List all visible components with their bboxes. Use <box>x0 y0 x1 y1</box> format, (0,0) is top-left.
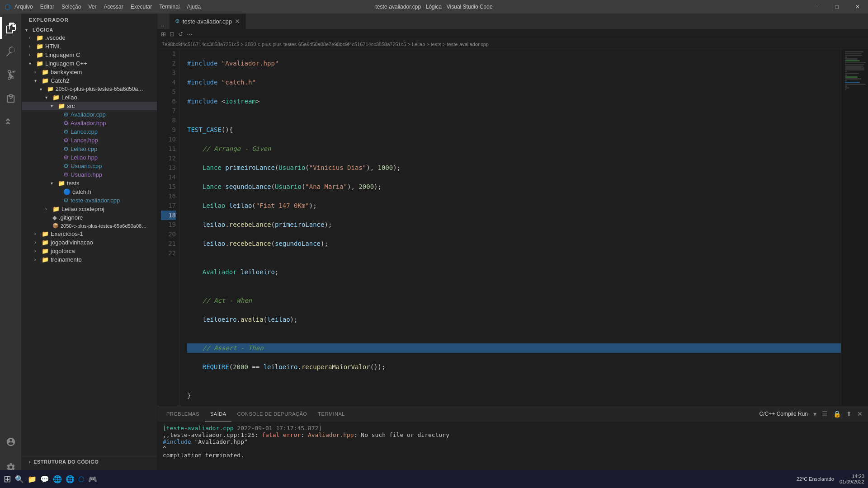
editor-tabs-bar: ··· ⚙ teste-avaliador.cpp ✕ <box>157 14 868 29</box>
menu-editar[interactable]: Editar <box>40 4 54 10</box>
taskbar-right: 22°C Ensolarado 14:23 01/09/2022 <box>797 474 864 484</box>
taskbar-weather: 22°C Ensolarado <box>797 476 834 482</box>
tree-folder-treinamento[interactable]: › 📁 treinamento <box>22 255 157 264</box>
breadcrumb: 7e98bc9f4c516714cc3858a7251c5 > 2050-c-p… <box>157 39 868 49</box>
tree-folder-tests[interactable]: ▾ 📁 tests <box>22 179 157 188</box>
window-controls: ─ □ ✕ <box>806 0 868 14</box>
menu-arquivo[interactable]: Arquivo <box>14 4 33 10</box>
taskbar-discord[interactable]: 💬 <box>40 475 49 483</box>
panel-error-fatal: fatal error <box>262 432 301 438</box>
code-area: 1 2 3 4 5 6 7 8 9 10 11 12 13 14 15 16 1 <box>157 49 868 406</box>
tree-folder-html[interactable]: › 📁 HTML <box>22 42 157 51</box>
tree-folder-src[interactable]: ▾ 📁 src <box>22 102 157 110</box>
tree-file-gitignore[interactable]: ◆ .gitignore <box>22 213 157 222</box>
outline-section-header[interactable]: › ESTRUTURA DO CÓDIGO <box>22 456 157 467</box>
taskbar-chrome[interactable]: 🌐 <box>53 475 62 483</box>
tree-folder-banksystem[interactable]: › 📁 banksystem <box>22 68 157 76</box>
minimap <box>841 49 868 406</box>
tab-label: teste-avaliador.cpp <box>183 18 232 25</box>
tree-folder-exercicios[interactable]: › 📁 Exercícios-1 <box>22 230 157 238</box>
tree-folder-linguagemc[interactable]: › 📁 Linguagem C <box>22 51 157 59</box>
panel-list-icon[interactable]: ☰ <box>820 409 830 418</box>
tree-folder-2050[interactable]: ▾ 📁 2050-c-plus-plus-testes-65a6d50a08e7… <box>22 85 157 93</box>
tree-folder-xcodeproj[interactable]: › 📁 Leilao.xcodeproj <box>22 205 157 213</box>
tree-folder-leilao[interactable]: ▾ 📁 Leilao <box>22 93 157 102</box>
windows-start-button[interactable]: ⊞ <box>4 474 11 484</box>
taskbar-explorer[interactable]: 📁 <box>28 475 37 483</box>
taskbar-time: 14:23 01/09/2022 <box>840 474 864 484</box>
menu-ajuda[interactable]: Ajuda <box>187 4 201 10</box>
taskbar-vscode[interactable]: ⬡ <box>78 475 85 483</box>
tree-folder-linguagemcpp[interactable]: ▾ 📁 Linguagem C++ <box>22 59 157 68</box>
taskbar: ⊞ 🔍 📁 💬 🌐 🌐 ⬡ 🎮 22°C Ensolarado 14:23 01… <box>0 470 868 488</box>
activity-debug[interactable] <box>0 88 22 109</box>
tree-file-usuario-cpp[interactable]: ⚙ Usuario.cpp <box>22 162 157 170</box>
tree-file-leilao-hpp[interactable]: ⚙ Leilao.hpp <box>22 153 157 162</box>
panel-lock-icon[interactable]: 🔒 <box>831 409 843 418</box>
tree-file-usuario-hpp[interactable]: ⚙ Usuario.hpp <box>22 170 157 179</box>
split-editor-icon[interactable]: ⊞ <box>161 31 166 38</box>
panel-tab-debug[interactable]: CONSOLE DE DEPURAÇÃO <box>231 406 312 422</box>
tree-file-lance-hpp[interactable]: ⚙ Lance.hpp <box>22 136 157 145</box>
refresh-icon[interactable]: ↺ <box>178 31 183 38</box>
more-actions-icon[interactable]: ⋯ <box>187 31 193 38</box>
open-changes-icon[interactable]: ⊡ <box>170 31 175 38</box>
minimize-button[interactable]: ─ <box>806 0 826 14</box>
activity-extensions[interactable] <box>0 111 22 133</box>
taskbar-chrome2[interactable]: 🌐 <box>66 475 75 483</box>
tree-folder-vscode[interactable]: › 📁 .vscode <box>22 33 157 42</box>
file-tree: ▾ LÓGICA › 📁 .vscode › 📁 HTML › 📁 Lingua… <box>22 26 157 264</box>
panel-tab-output[interactable]: SAÍDA <box>205 406 232 422</box>
activity-git[interactable] <box>0 64 22 86</box>
main-layout: Explorador ▾ LÓGICA › 📁 .vscode › 📁 HTML… <box>0 14 868 478</box>
activity-search[interactable] <box>0 41 22 62</box>
editor-area: ··· ⚙ teste-avaliador.cpp ✕ ⊞ ⊡ ↺ ⋯ 7e98… <box>157 14 868 478</box>
panel-output-line-1: [teste-avaliador.cpp 2022-09-01 17:17:45… <box>163 425 863 432</box>
panel-tab-terminal[interactable]: TERMINAL <box>312 406 350 422</box>
menu-executar[interactable]: Executar <box>131 4 152 10</box>
panel-tab-problems[interactable]: PROBLEMAS <box>161 406 205 422</box>
terminal-panel: PROBLEMAS SAÍDA CONSOLE DE DEPURAÇÃO TER… <box>157 406 868 478</box>
tab-file-icon: ⚙ <box>175 18 180 24</box>
tree-folder-jogoforca[interactable]: › 📁 jogoforca <box>22 247 157 255</box>
window-title: teste-avaliador.cpp - Lógica - Visual St… <box>375 4 492 10</box>
code-editor[interactable]: 1 2 3 4 5 6 7 8 9 10 11 12 13 14 15 16 1 <box>157 49 841 406</box>
taskbar-search[interactable]: 🔍 <box>15 475 24 483</box>
tab-teste-avaliador[interactable]: ⚙ teste-avaliador.cpp ✕ <box>170 14 246 29</box>
tree-folder-catch2[interactable]: ▾ 📁 Catch2 <box>22 76 157 85</box>
tab-close-button[interactable]: ✕ <box>235 18 240 25</box>
maximize-button[interactable]: □ <box>826 0 847 14</box>
taskbar-unknown[interactable]: 🎮 <box>88 475 97 483</box>
vscode-logo-icon: ⬡ <box>5 3 11 11</box>
panel-title: C/C++ Compile Run <box>758 410 810 418</box>
panel-timestamp: 2022-09-01 17:17:45.872] <box>237 425 322 432</box>
tree-folder-jogoadivinhacao[interactable]: › 📁 jogoadivinhacao <box>22 238 157 247</box>
panel-close-icon[interactable]: ✕ <box>855 409 864 418</box>
tree-file-lance-cpp[interactable]: ⚙ Lance.cpp <box>22 127 157 136</box>
tree-root-logica[interactable]: ▾ LÓGICA <box>22 26 157 33</box>
activity-explorer[interactable] <box>0 17 22 39</box>
activity-account[interactable] <box>0 433 22 455</box>
tree-file-zip[interactable]: 📦 2050-c-plus-plus-testes-65a6d50a08e7e9… <box>22 222 157 230</box>
menu-acessar[interactable]: Acessar <box>104 4 123 10</box>
panel-tabs: PROBLEMAS SAÍDA CONSOLE DE DEPURAÇÃO TER… <box>157 406 868 422</box>
titlebar: ⬡ Arquivo Editar Seleção Ver Acessar Exe… <box>0 0 868 14</box>
tree-file-leilao-cpp[interactable]: ⚙ Leilao.cpp <box>22 145 157 153</box>
close-button[interactable]: ✕ <box>847 0 868 14</box>
menu-ver[interactable]: Ver <box>88 4 96 10</box>
editor-toolbar: ⊞ ⊡ ↺ ⋯ <box>157 29 868 39</box>
menu-terminal[interactable]: Terminal <box>159 4 179 10</box>
tree-file-avaliador-hpp[interactable]: ⚙ Avaliador.hpp <box>22 119 157 127</box>
panel-output-line-2: ,,teste-avaliador.cpp:1:25: fatal error:… <box>163 432 863 438</box>
tree-file-teste-avaliador[interactable]: ⚙ teste-avaliador.cpp <box>22 196 157 205</box>
panel-maximize-icon[interactable]: ⬆ <box>844 409 854 418</box>
panel-dropdown-icon[interactable]: ▾ <box>811 409 818 418</box>
sidebar: Explorador ▾ LÓGICA › 📁 .vscode › 📁 HTML… <box>22 14 157 478</box>
panel-output-line-3: #include "Avaliador.hpp" <box>163 438 863 445</box>
tree-file-catch-h[interactable]: 🔵 catch.h <box>22 188 157 196</box>
panel-filename: [teste-avaliador.cpp <box>163 425 234 432</box>
panel-controls: C/C++ Compile Run ▾ ☰ 🔒 ⬆ ✕ <box>758 409 864 418</box>
menu-selecao[interactable]: Seleção <box>61 4 81 10</box>
tree-file-avaliador-cpp[interactable]: ⚙ Avaliador.cpp <box>22 110 157 119</box>
tabs-overflow-button[interactable]: ··· <box>157 22 170 29</box>
